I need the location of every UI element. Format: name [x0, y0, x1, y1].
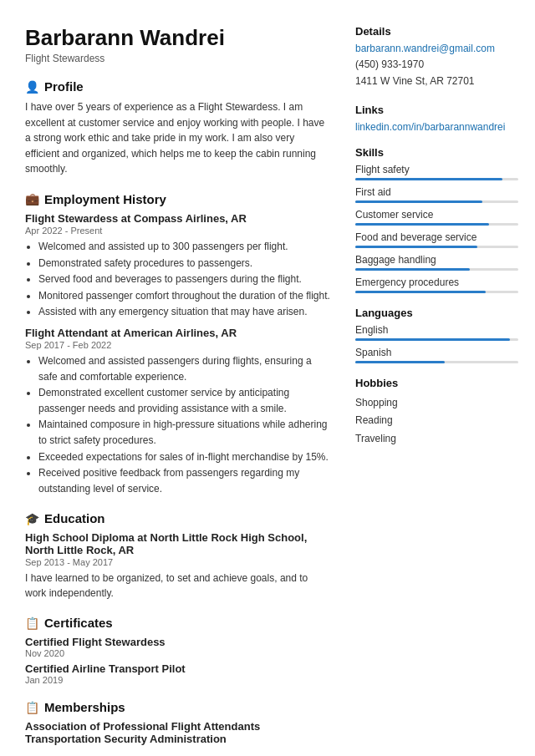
- details-section: Details barbarann.wandrei@gmail.com (450…: [355, 25, 518, 90]
- edu-1-text: I have learned to be organized, to set a…: [25, 571, 330, 601]
- skill-baggage: Baggage handling: [355, 254, 518, 271]
- certificates-section: 📋 Certificates Certified Flight Stewarde…: [25, 616, 330, 685]
- email-link[interactable]: barbarann.wandrei@gmail.com: [355, 43, 518, 54]
- job-1-date: Apr 2022 - Present: [25, 226, 330, 236]
- skills-title: Skills: [355, 146, 518, 159]
- job-2-date: Sep 2017 - Feb 2022: [25, 340, 330, 350]
- skill-bar-fill: [355, 178, 502, 180]
- lang-bar-fill: [355, 361, 445, 363]
- bullet-item: Received positive feedback from passenge…: [38, 465, 330, 496]
- skill-bar-fill: [355, 200, 482, 203]
- lang-english: English: [355, 324, 518, 341]
- bullet-item: Assisted with any emergency situation th…: [38, 304, 330, 320]
- skill-bar-bg: [355, 223, 518, 226]
- linkedin-link[interactable]: linkedin.com/in/barbarannwandrei: [355, 121, 518, 133]
- skill-bar-fill: [355, 268, 470, 271]
- languages-title: Languages: [355, 307, 518, 319]
- hobbies-title: Hobbies: [355, 377, 518, 389]
- skill-emergency: Emergency procedures: [355, 277, 518, 293]
- membership-1-title: Association of Professional Flight Atten…: [25, 720, 330, 733]
- skill-label: Customer service: [355, 209, 518, 221]
- memberships-icon: 📋: [25, 701, 39, 714]
- skill-label: Emergency procedures: [355, 277, 518, 288]
- hobby-reading: Reading: [355, 412, 518, 430]
- job-1-bullets: Welcomed and assisted up to 300 passenge…: [25, 239, 330, 320]
- address-text: 1411 W Vine St, AR 72701: [355, 73, 518, 89]
- skill-bar-bg: [355, 200, 518, 203]
- skill-bar-bg: [355, 246, 518, 248]
- skill-label: Flight safety: [355, 164, 518, 175]
- education-section-title: 🎓 Education: [25, 511, 330, 525]
- skill-first-aid: First aid: [355, 186, 518, 203]
- links-title: Links: [355, 104, 518, 116]
- job-2: Flight Attendant at American Airlines, A…: [25, 327, 330, 496]
- cert-2: Certified Airline Transport Pilot Jan 20…: [25, 662, 330, 685]
- bullet-item: Demonstrated safety procedures to passen…: [38, 256, 330, 271]
- job-title: Flight Stewardess: [25, 53, 330, 64]
- employment-icon: 💼: [25, 192, 39, 205]
- lang-bar-fill: [355, 338, 510, 341]
- cert-2-date: Jan 2019: [25, 675, 330, 685]
- employment-section: 💼 Employment History Flight Stewardess a…: [25, 192, 330, 496]
- profile-icon: 👤: [25, 80, 39, 94]
- details-title: Details: [355, 25, 518, 38]
- memberships-section-title: 📋 Memberships: [25, 700, 330, 714]
- membership-2-title: Transportation Security Administration: [25, 733, 330, 745]
- lang-bar-bg: [355, 361, 518, 363]
- employment-section-title: 💼 Employment History: [25, 192, 330, 206]
- memberships-section: 📋 Memberships Association of Professiona…: [25, 700, 330, 745]
- profile-section: 👤 Profile I have over 5 years of experie…: [25, 79, 330, 177]
- membership-1: Association of Professional Flight Atten…: [25, 720, 330, 733]
- bullet-item: Served food and beverages to passengers …: [38, 271, 330, 287]
- lang-bar-bg: [355, 338, 518, 341]
- certificates-section-title: 📋 Certificates: [25, 616, 330, 630]
- edu-1-title: High School Diploma at North Little Rock…: [25, 531, 330, 556]
- skill-food-beverage: Food and beverage service: [355, 231, 518, 248]
- cert-1-date: Nov 2020: [25, 648, 330, 658]
- skill-flight-safety: Flight safety: [355, 164, 518, 180]
- certificates-icon: 📋: [25, 616, 39, 630]
- skill-bar-fill: [355, 223, 489, 226]
- job-2-bullets: Welcomed and assisted passengers during …: [25, 353, 330, 496]
- skill-bar-bg: [355, 178, 518, 180]
- edu-1: High School Diploma at North Little Rock…: [25, 531, 330, 601]
- cert-1: Certified Flight Stewardess Nov 2020: [25, 636, 330, 658]
- lang-label: Spanish: [355, 347, 518, 358]
- job-1-title: Flight Stewardess at Compass Airlines, A…: [25, 212, 330, 225]
- skill-customer-service: Customer service: [355, 209, 518, 226]
- education-section: 🎓 Education High School Diploma at North…: [25, 511, 330, 601]
- lang-label: English: [355, 324, 518, 336]
- edu-1-date: Sep 2013 - May 2017: [25, 557, 330, 567]
- skill-bar-bg: [355, 268, 518, 271]
- skill-bar-fill: [355, 291, 486, 293]
- cert-2-title: Certified Airline Transport Pilot: [25, 662, 330, 675]
- languages-section: Languages English Spanish: [355, 307, 518, 363]
- hobby-shopping: Shopping: [355, 394, 518, 413]
- job-1: Flight Stewardess at Compass Airlines, A…: [25, 212, 330, 320]
- links-section: Links linkedin.com/in/barbarannwandrei: [355, 104, 518, 133]
- bullet-item: Welcomed and assisted up to 300 passenge…: [38, 239, 330, 255]
- skills-section: Skills Flight safety First aid Customer …: [355, 146, 518, 293]
- membership-2: Transportation Security Administration: [25, 733, 330, 745]
- lang-spanish: Spanish: [355, 347, 518, 363]
- hobby-traveling: Traveling: [355, 430, 518, 449]
- hobbies-section: Hobbies Shopping Reading Traveling: [355, 377, 518, 449]
- bullet-item: Exceeded expectations for sales of in-fl…: [38, 449, 330, 465]
- skill-label: First aid: [355, 186, 518, 198]
- bullet-item: Maintained composure in high-pressure si…: [38, 417, 330, 448]
- bullet-item: Demonstrated excellent customer service …: [38, 385, 330, 416]
- skill-label: Baggage handling: [355, 254, 518, 266]
- skill-label: Food and beverage service: [355, 231, 518, 243]
- profile-section-title: 👤 Profile: [25, 79, 330, 94]
- skill-bar-bg: [355, 291, 518, 293]
- job-2-title: Flight Attendant at American Airlines, A…: [25, 327, 330, 339]
- phone-text: (450) 933-1970: [355, 56, 518, 73]
- bullet-item: Monitored passenger comfort throughout t…: [38, 288, 330, 304]
- education-icon: 🎓: [25, 512, 39, 525]
- bullet-item: Welcomed and assisted passengers during …: [38, 353, 330, 384]
- skill-bar-fill: [355, 246, 477, 248]
- full-name: Barbarann Wandrei: [25, 25, 330, 51]
- cert-1-title: Certified Flight Stewardess: [25, 636, 330, 648]
- profile-text: I have over 5 years of experience as a F…: [25, 99, 330, 177]
